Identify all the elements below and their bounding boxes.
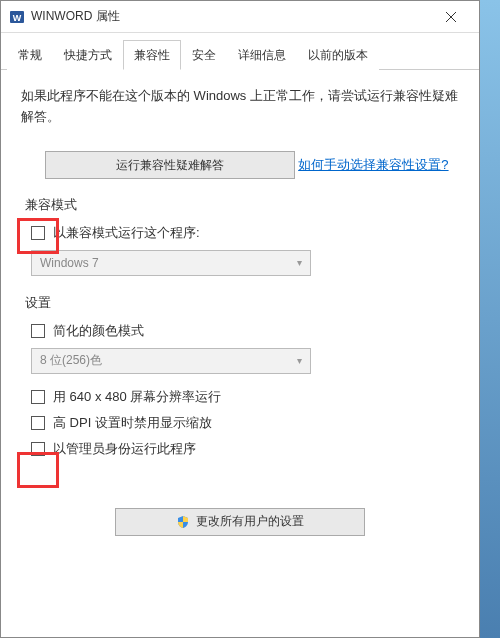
- desktop-background-strip: 系统之家: [480, 0, 500, 638]
- color-depth-select-value: 8 位(256)色: [40, 352, 102, 369]
- troubleshoot-button[interactable]: 运行兼容性疑难解答: [45, 151, 295, 179]
- tab-shortcut[interactable]: 快捷方式: [53, 40, 123, 70]
- admin-checkbox[interactable]: [31, 442, 45, 456]
- chevron-down-icon: ▾: [297, 257, 302, 268]
- reduced-color-checkbox[interactable]: [31, 324, 45, 338]
- compat-mode-group: 兼容模式 以兼容模式运行这个程序: Windows 7 ▾: [21, 196, 459, 276]
- dpi-label: 高 DPI 设置时禁用显示缩放: [53, 414, 212, 432]
- tab-general[interactable]: 常规: [7, 40, 53, 70]
- compat-mode-checkbox-label: 以兼容模式运行这个程序:: [53, 224, 200, 242]
- tab-previous-versions[interactable]: 以前的版本: [297, 40, 379, 70]
- dpi-checkbox[interactable]: [31, 416, 45, 430]
- manual-settings-link[interactable]: 如何手动选择兼容性设置?: [298, 156, 448, 174]
- troubleshoot-button-label: 运行兼容性疑难解答: [116, 157, 224, 174]
- tab-compatibility[interactable]: 兼容性: [123, 40, 181, 70]
- all-users-button-label: 更改所有用户的设置: [196, 513, 304, 530]
- admin-row: 以管理员身份运行此程序: [31, 440, 459, 458]
- resolution-label: 用 640 x 480 屏幕分辨率运行: [53, 388, 221, 406]
- titlebar: W WINWORD 属性: [1, 1, 479, 33]
- color-depth-select[interactable]: 8 位(256)色 ▾: [31, 348, 311, 374]
- dpi-row: 高 DPI 设置时禁用显示缩放: [31, 414, 459, 432]
- word-app-icon: W: [9, 9, 25, 25]
- admin-label: 以管理员身份运行此程序: [53, 440, 196, 458]
- compat-mode-select[interactable]: Windows 7 ▾: [31, 250, 311, 276]
- compat-mode-checkbox[interactable]: [31, 226, 45, 240]
- compat-mode-checkbox-row: 以兼容模式运行这个程序:: [31, 224, 459, 242]
- reduced-color-row: 简化的颜色模式: [31, 322, 459, 340]
- all-users-button[interactable]: 更改所有用户的设置: [115, 508, 365, 536]
- footer: 更改所有用户的设置: [21, 500, 459, 540]
- close-button[interactable]: [431, 3, 471, 31]
- close-icon: [446, 12, 456, 22]
- svg-text:W: W: [13, 13, 22, 23]
- tab-content: 如果此程序不能在这个版本的 Windows 上正常工作，请尝试运行兼容性疑难解答…: [1, 70, 479, 637]
- settings-group: 设置 简化的颜色模式 8 位(256)色 ▾ 用 640 x 480 屏幕分辨率…: [21, 294, 459, 458]
- window-title: WINWORD 属性: [31, 8, 431, 25]
- resolution-row: 用 640 x 480 屏幕分辨率运行: [31, 388, 459, 406]
- chevron-down-icon: ▾: [297, 355, 302, 366]
- tab-details[interactable]: 详细信息: [227, 40, 297, 70]
- reduced-color-label: 简化的颜色模式: [53, 322, 144, 340]
- properties-dialog: W WINWORD 属性 常规 快捷方式 兼容性 安全 详细信息 以前的版本 如…: [0, 0, 480, 638]
- compat-mode-title: 兼容模式: [25, 196, 459, 214]
- compat-mode-select-value: Windows 7: [40, 256, 99, 270]
- settings-title: 设置: [25, 294, 459, 312]
- intro-text: 如果此程序不能在这个版本的 Windows 上正常工作，请尝试运行兼容性疑难解答…: [21, 86, 459, 128]
- tab-strip: 常规 快捷方式 兼容性 安全 详细信息 以前的版本: [1, 33, 479, 70]
- resolution-checkbox[interactable]: [31, 390, 45, 404]
- tab-security[interactable]: 安全: [181, 40, 227, 70]
- shield-icon: [176, 515, 190, 529]
